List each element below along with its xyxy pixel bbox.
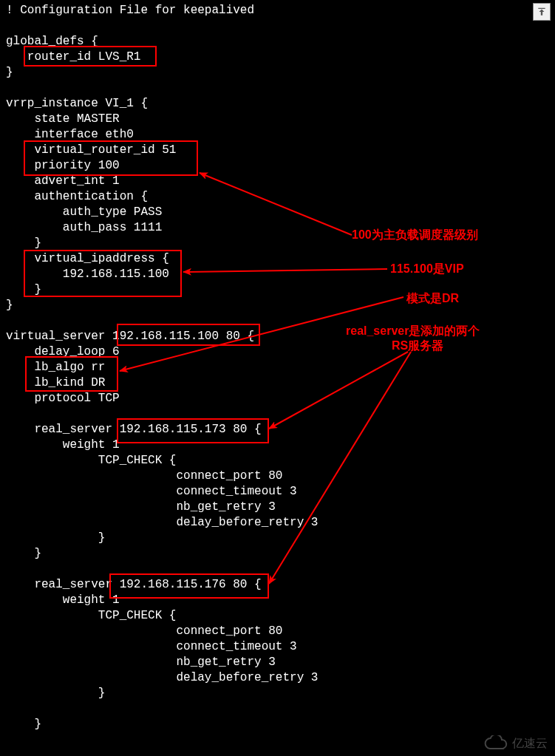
highlight-real-server-1 [117,418,269,443]
annotation-vip: 115.100是VIP [390,262,464,277]
highlight-virtual-server-ip [117,324,260,346]
highlight-real-server-2 [109,573,269,599]
watermark-text: 亿速云 [512,736,548,752]
annotation-mode: 模式是DR [406,291,459,307]
watermark: 亿速云 [483,735,548,752]
highlight-vrrp-priority [24,140,198,176]
highlight-router-id [24,46,157,67]
scroll-top-button[interactable] [533,3,551,21]
highlight-lb-mode [25,356,118,392]
annotation-priority: 100为主负载调度器级别 [352,228,478,243]
arrow-up-bar-icon [537,7,547,17]
annotation-rs-line2: RS服务器 [392,338,443,354]
annotation-rs-line1: real_server是添加的两个 [346,324,480,339]
cloud-icon [483,735,508,752]
highlight-virtual-ipaddress [24,250,182,297]
